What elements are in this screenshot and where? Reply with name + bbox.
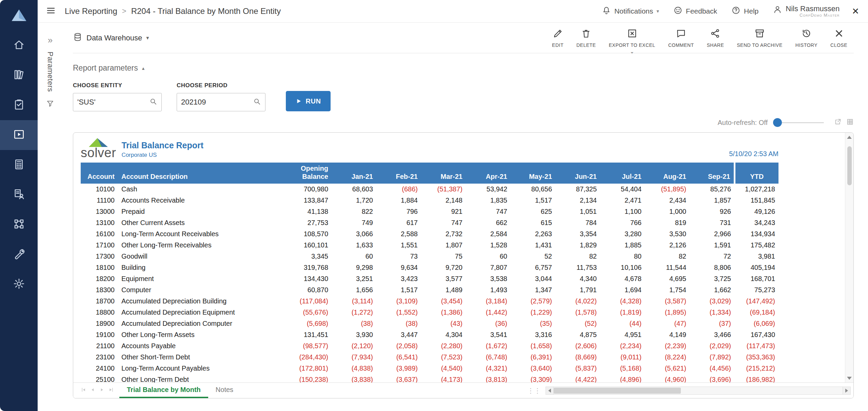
period-input[interactable] xyxy=(181,98,253,107)
value-cell: 82 xyxy=(645,251,690,262)
user-menu[interactable]: Nils Rasmussen CorpDemo Master xyxy=(773,5,840,18)
solver-logo[interactable] xyxy=(10,0,28,31)
value-cell: (3,640) xyxy=(511,363,555,374)
value-cell: 784 xyxy=(555,217,600,228)
data-source-selector[interactable]: Data Warehouse ▾ xyxy=(73,32,149,44)
search-icon[interactable] xyxy=(149,97,157,107)
value-cell: 1,431 xyxy=(511,240,555,251)
value-cell: (44) xyxy=(600,318,645,329)
close-button[interactable]: CLOSE xyxy=(824,28,854,48)
report-parameters-header[interactable]: Report parameters ▴ xyxy=(73,63,854,73)
help-button[interactable]: Help xyxy=(731,6,758,17)
table-row: 13000Prepaid41,1388227969217476251,0511,… xyxy=(81,206,778,217)
scroll-left-icon[interactable] xyxy=(546,387,554,395)
value-cell: (4,838) xyxy=(332,363,376,374)
value-cell: (147,492) xyxy=(734,296,778,307)
value-cell: (3,587) xyxy=(645,296,690,307)
user-role: CorpDemo Master xyxy=(786,13,840,18)
popout-icon[interactable] xyxy=(834,118,842,127)
value-cell: 1,528 xyxy=(466,240,511,251)
account-cell: 13000 xyxy=(81,206,118,217)
caret-down-icon[interactable]: ⌄ xyxy=(630,49,634,55)
description-cell: Building xyxy=(118,262,281,273)
comment-button[interactable]: COMMENT xyxy=(662,28,701,48)
search-icon[interactable] xyxy=(253,97,261,107)
horizontal-scroll-thumb[interactable] xyxy=(554,388,681,394)
value-cell: 68,603 xyxy=(332,184,376,195)
value-cell: (3,696) xyxy=(690,374,734,382)
breadcrumb-section[interactable]: Live Reporting xyxy=(65,6,117,16)
history-button[interactable]: HISTORY xyxy=(789,28,824,48)
sheet-tab-bar: Trial Balance by MonthNotes ⋮⋮ xyxy=(73,382,853,398)
chevron-down-icon: ▾ xyxy=(656,8,659,14)
account-cell: 18200 xyxy=(81,273,118,284)
value-cell: 3,316 xyxy=(511,329,555,340)
grid-icon[interactable] xyxy=(846,118,854,127)
hamburger-menu-icon[interactable] xyxy=(46,5,56,17)
value-cell: (6,748) xyxy=(466,352,511,363)
sheet-navigation xyxy=(73,383,119,398)
table-row: 13100Other Current Assets27,753749617747… xyxy=(81,217,778,228)
value-cell: (3,813) xyxy=(466,374,511,382)
scroll-right-icon[interactable] xyxy=(843,387,851,395)
value-cell: (2,234) xyxy=(600,340,645,352)
export-to-excel-button[interactable]: EXPORT TO EXCEL⌄ xyxy=(602,28,662,48)
value-cell: 1,493 xyxy=(466,284,511,296)
description-cell: Accounts Receivable xyxy=(118,195,281,206)
home-icon xyxy=(13,39,25,52)
column-header: Jul-21 xyxy=(600,163,645,184)
expand-panel-icon[interactable]: » xyxy=(48,35,53,45)
splitter-handle[interactable]: ⋮⋮ xyxy=(527,387,541,395)
account-cell: 18900 xyxy=(81,318,118,329)
nav-prev-icon[interactable] xyxy=(90,387,96,394)
sidebar-item-integrations[interactable] xyxy=(0,210,38,240)
value-cell: (35) xyxy=(511,318,555,329)
nav-first-icon[interactable] xyxy=(81,387,86,394)
sidebar-item-admin-tools[interactable] xyxy=(0,240,38,269)
column-header: YTD xyxy=(734,163,778,184)
share-button[interactable]: SHARE xyxy=(700,28,730,48)
nav-last-icon[interactable] xyxy=(108,387,114,394)
sheet-tab-trial-balance-by-month[interactable]: Trial Balance by Month xyxy=(119,383,208,398)
send-to-archive-button[interactable]: SEND TO ARCHIVE xyxy=(730,28,789,48)
user-name: Nils Rasmussen xyxy=(786,5,840,13)
account-cell: 18100 xyxy=(81,262,118,273)
entity-input[interactable] xyxy=(77,98,149,107)
action-label: CLOSE xyxy=(830,42,847,48)
sidebar-item-live-reporting[interactable] xyxy=(0,120,38,150)
sheet-tab-notes[interactable]: Notes xyxy=(208,383,241,398)
value-cell: (4,540) xyxy=(421,363,466,374)
sidebar-item-home[interactable] xyxy=(0,31,38,60)
delete-button[interactable]: DELETE xyxy=(570,28,602,48)
filter-funnel-icon[interactable] xyxy=(46,99,54,109)
action-label: COMMENT xyxy=(668,42,694,48)
run-button[interactable]: RUN xyxy=(286,91,331,111)
slider-knob[interactable] xyxy=(773,118,782,127)
horizontal-scrollbar[interactable] xyxy=(546,387,851,395)
sidebar-item-publishing[interactable] xyxy=(0,180,38,210)
integrations-icon xyxy=(13,218,25,231)
table-row: 18800Accumulated Depreciation Equipment(… xyxy=(81,307,778,318)
value-cell: 3,981 xyxy=(734,251,778,262)
feedback-button[interactable]: Feedback xyxy=(673,6,717,17)
column-header: Jan-21 xyxy=(332,163,376,184)
nav-next-icon[interactable] xyxy=(99,387,105,394)
notifications-button[interactable]: Notifications ▾ xyxy=(602,6,659,17)
account-cell: 17100 xyxy=(81,240,118,251)
sidebar-item-assignments[interactable] xyxy=(0,90,38,120)
edit-button[interactable]: EDIT xyxy=(546,28,570,48)
value-cell: (1,229) xyxy=(511,307,555,318)
value-cell: 11,544 xyxy=(645,262,690,273)
sidebar-item-settings[interactable] xyxy=(0,269,38,299)
value-cell: (1,658) xyxy=(511,340,555,352)
vertical-scrollbar[interactable] xyxy=(845,133,853,382)
sidebar-item-reports[interactable] xyxy=(0,60,38,90)
sidebar-item-budgeting[interactable] xyxy=(0,150,38,180)
scroll-up-icon[interactable] xyxy=(845,133,853,142)
vertical-scroll-thumb[interactable] xyxy=(847,146,852,185)
auto-refresh-slider[interactable] xyxy=(773,122,824,123)
report-parameters-title: Report parameters xyxy=(73,63,138,73)
close-icon[interactable]: ✕ xyxy=(852,7,859,16)
value-cell: 80 xyxy=(600,251,645,262)
scroll-down-icon[interactable] xyxy=(845,374,853,382)
